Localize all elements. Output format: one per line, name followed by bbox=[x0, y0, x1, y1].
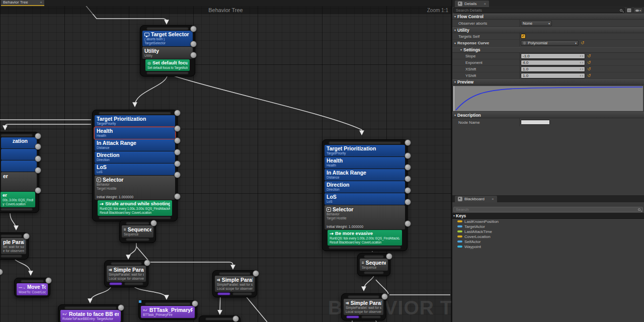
decorator-target-prioritization[interactable]: Target Prioritization TargetPriority bbox=[325, 145, 405, 156]
observer-aborts-dropdown[interactable]: None ▾ bbox=[521, 21, 552, 26]
decorator-health-selected[interactable]: Health Health bbox=[95, 127, 175, 139]
section-settings[interactable]: ▾ Settings bbox=[452, 47, 644, 53]
exponent-spinbox[interactable]: 4.0‹ › bbox=[521, 60, 585, 65]
details-search-input[interactable] bbox=[456, 8, 617, 13]
task-primary-fire[interactable]: ≡✓BTTask_PrimaryFire BTTask_PrimaryFire bbox=[141, 306, 195, 318]
decorator-partial[interactable] bbox=[1, 149, 37, 160]
background-pin[interactable] bbox=[232, 292, 252, 295]
node-rotate-to-face[interactable]: ≡✓Rotate to face BB entry RotateToFaceBB… bbox=[58, 304, 123, 322]
collapse-icon[interactable]: ▾ bbox=[460, 48, 462, 51]
blackboard-search-input[interactable] bbox=[456, 207, 635, 212]
input-pin[interactable] bbox=[1, 134, 33, 137]
response-curve-dropdown[interactable]: Polynomial ▾ bbox=[521, 40, 579, 46]
output-pin[interactable] bbox=[1, 255, 22, 258]
spinner-icon[interactable]: ‹ › bbox=[580, 74, 583, 77]
decorator-in-attack-range[interactable]: In Attack Range Distance bbox=[95, 139, 175, 151]
composite-simple-parallel-partial[interactable]: ple Parallel llel: wait for subtree e fo… bbox=[1, 238, 26, 254]
section-preview[interactable]: ▾ Preview bbox=[452, 79, 644, 85]
tab-behavior-tree[interactable]: Behavior Tree × bbox=[1, 0, 44, 6]
composite-partial[interactable]: er bbox=[1, 172, 37, 191]
input-pin[interactable] bbox=[219, 272, 251, 275]
input-pin[interactable] bbox=[111, 262, 142, 265]
xshift-spinbox[interactable]: 1.0‹ › bbox=[521, 66, 585, 72]
collapse-icon[interactable]: ▾ bbox=[454, 114, 456, 117]
spinner-icon[interactable]: ‹ › bbox=[580, 61, 583, 64]
output-pin[interactable] bbox=[364, 271, 384, 274]
view-options-button[interactable]: ▾ bbox=[633, 8, 643, 13]
input-pin[interactable] bbox=[364, 255, 384, 258]
task-pin[interactable] bbox=[346, 315, 359, 318]
node-simple-parallel-right[interactable]: ⇉Simple Parallel SimpleParallel: wait fo… bbox=[341, 293, 386, 320]
decorator-in-attack-range[interactable]: In Attack Range Distance bbox=[325, 169, 405, 181]
service-set-default-focus[interactable]: ◎Set default focus Set default focus to … bbox=[145, 59, 190, 71]
task-pin[interactable] bbox=[217, 292, 230, 295]
input-pin[interactable] bbox=[145, 302, 191, 305]
reset-to-default-icon[interactable]: ↺ bbox=[581, 41, 585, 45]
tab-blackboard[interactable]: Blackboard × bbox=[455, 196, 497, 202]
background-pin[interactable] bbox=[124, 282, 143, 285]
input-pin[interactable] bbox=[21, 280, 44, 283]
composite-selector[interactable]: ▸Selector Behavior Target Hostile Initia… bbox=[95, 176, 175, 200]
output-pin[interactable] bbox=[146, 71, 189, 74]
section-description[interactable]: ▾ Description bbox=[452, 112, 644, 118]
key-lastattacktime[interactable]: LastAttackTime bbox=[452, 229, 644, 234]
keys-section-header[interactable]: ▾ Keys bbox=[452, 213, 644, 219]
composite-simple-parallel[interactable]: ⇉Simple Parallel SimpleParallel: wait fo… bbox=[215, 276, 255, 292]
service-strafe[interactable]: «◆Strafe around while shooting RunEQS: t… bbox=[98, 200, 172, 216]
node-name-input[interactable] bbox=[521, 120, 550, 125]
task-rotate[interactable]: ≡✓Rotate to face BB entry RotateToFaceBB… bbox=[60, 310, 121, 322]
node-target-selector[interactable]: Target Selector ( aborts both ) TargetSe… bbox=[140, 25, 195, 76]
task-move-to[interactable]: ⋯→Move To MoveTo: CoverLocation bbox=[17, 283, 48, 295]
section-utility[interactable]: ▾ Utility bbox=[452, 27, 644, 33]
composite-simple-parallel[interactable]: ⇉Simple Parallel SimpleParallel: wait fo… bbox=[107, 266, 146, 282]
node-simple-parallel-mid[interactable]: ⇉Simple Parallel SimpleParallel: wait fo… bbox=[212, 270, 257, 297]
composite-selector[interactable]: ▸Selector Behavior Target Hostile Initia… bbox=[325, 205, 405, 229]
slope-spinbox[interactable]: -1.0‹ › bbox=[521, 53, 585, 59]
decorator-target-prioritization[interactable]: Target Prioritization TargetPriority bbox=[95, 115, 175, 127]
node-primary-fire[interactable]: ≡✓BTTask_PrimaryFire BTTask_PrimaryFire bbox=[138, 300, 197, 320]
collapse-icon[interactable]: ▾ bbox=[454, 29, 456, 32]
key-lastknownposition[interactable]: LastKnownPosition bbox=[452, 219, 644, 224]
key-targetactor[interactable]: TargetActor bbox=[452, 224, 644, 229]
section-flow-control[interactable]: ▾ Flow Control bbox=[452, 14, 644, 20]
input-pin[interactable] bbox=[64, 306, 117, 309]
collapse-icon[interactable]: ▾ bbox=[454, 15, 456, 18]
reset-to-default-icon[interactable]: ↺ bbox=[587, 54, 591, 58]
spinner-icon[interactable]: ‹ › bbox=[580, 54, 583, 58]
decorator-health[interactable]: Health Health bbox=[325, 157, 405, 169]
collapse-icon[interactable]: ▾ bbox=[454, 42, 456, 45]
collapse-icon[interactable]: ▾ bbox=[453, 214, 455, 217]
input-pin[interactable] bbox=[99, 112, 171, 115]
composite-utility[interactable]: Utility Utility bbox=[142, 47, 193, 59]
targets-self-checkbox[interactable]: ✓ bbox=[521, 34, 526, 39]
service-partial[interactable]: er 00s..3.00s: EQS_FindPlayer y: CoverLo… bbox=[1, 192, 35, 207]
key-selfactor[interactable]: SelfActor bbox=[452, 239, 644, 244]
details-search-field[interactable] bbox=[453, 8, 625, 13]
input-pin[interactable] bbox=[1, 234, 22, 237]
spinner-icon[interactable]: ‹ › bbox=[580, 67, 583, 71]
output-pin[interactable] bbox=[99, 216, 171, 219]
close-icon[interactable]: × bbox=[40, 1, 42, 5]
composite-sequence[interactable]: ≡Sequence Sequence bbox=[122, 225, 153, 237]
decorator-partial[interactable] bbox=[1, 160, 37, 172]
output-pin[interactable] bbox=[126, 238, 149, 241]
decorator-target-selector[interactable]: Target Selector ( aborts both ) TargetSe… bbox=[142, 31, 193, 46]
blackboard-search-field[interactable] bbox=[453, 207, 643, 212]
background-pin[interactable] bbox=[361, 315, 381, 318]
node-target-prioritization-left[interactable]: Target Prioritization TargetPriority Hea… bbox=[92, 110, 178, 221]
decorator-partial[interactable]: zation bbox=[1, 137, 37, 148]
input-pin[interactable] bbox=[146, 27, 189, 30]
input-pin[interactable] bbox=[348, 295, 379, 298]
input-pin[interactable] bbox=[329, 141, 401, 144]
decorator-los[interactable]: LoS LoS bbox=[95, 164, 175, 175]
key-coverlocation[interactable]: CoverLocation bbox=[452, 234, 644, 239]
close-icon[interactable]: × bbox=[484, 2, 486, 6]
composite-simple-parallel[interactable]: ⇉Simple Parallel SimpleParallel: wait fo… bbox=[344, 299, 383, 315]
output-pin[interactable] bbox=[329, 246, 401, 249]
output-pin[interactable] bbox=[1, 208, 33, 211]
service-be-more-evasive[interactable]: «◆Be more evasive RunEQS: tick every 1.0… bbox=[328, 230, 402, 246]
node-simple-parallel-left[interactable]: ⇉Simple Parallel SimpleParallel: wait fo… bbox=[104, 260, 148, 287]
input-pin[interactable] bbox=[205, 317, 234, 320]
tab-details[interactable]: Details × bbox=[455, 1, 489, 7]
reset-to-default-icon[interactable]: ↺ bbox=[587, 60, 591, 65]
